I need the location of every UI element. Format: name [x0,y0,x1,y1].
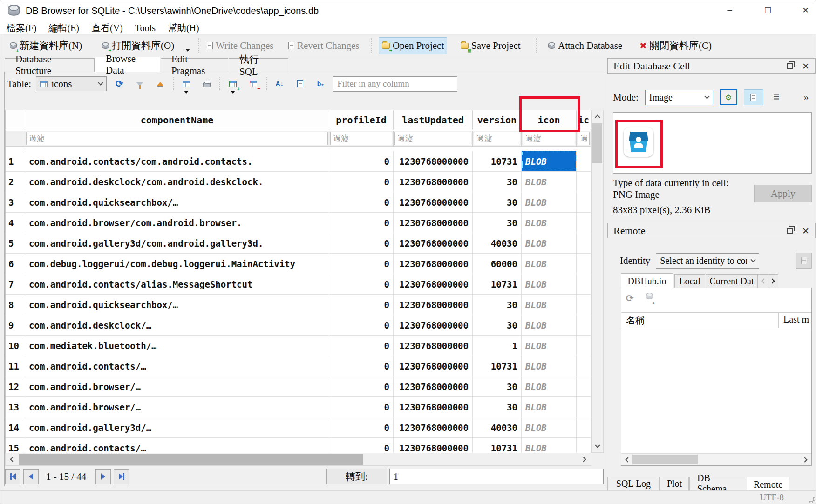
cell-profileId[interactable]: 0 [329,172,394,192]
cell-overflow[interactable] [577,397,591,417]
column-header-version[interactable]: version [473,110,522,130]
cell-overflow[interactable] [577,213,591,233]
filter-profileId-input[interactable] [330,132,392,145]
cell-overflow[interactable] [577,192,591,213]
dock-tab-db-schema[interactable]: DB Schema [689,477,746,491]
dock-tab-sql-log[interactable]: SQL Log [607,477,660,491]
row-number[interactable]: 11 [6,356,25,376]
cell-icon[interactable]: BLOB [522,336,577,356]
tab-edit-pragmas[interactable]: Edit Pragmas [161,58,228,72]
new-database-button[interactable]: + 新建資料庫(N) [7,37,85,54]
cell-icon[interactable]: BLOB [522,151,577,172]
remote-name-column[interactable]: 名稱 [621,313,779,328]
last-record-button[interactable] [114,469,129,484]
goto-record-input[interactable] [389,469,604,484]
cell-version[interactable]: 30 [473,397,522,417]
cell-componentName[interactable]: com.android.contacts/alias.MessageShortc… [25,274,329,295]
cell-overflow[interactable] [577,274,591,295]
dropdown-arrow[interactable] [184,91,189,94]
horizontal-scroll-thumb[interactable] [632,455,698,464]
cell-componentName[interactable]: com.android.browser/… [25,397,329,417]
row-number[interactable]: 12 [6,376,25,397]
menu-file[interactable]: 檔案(F) [0,21,42,34]
cell-overflow[interactable] [577,233,591,254]
float-dock-icon[interactable] [787,63,793,69]
cell-profileId[interactable]: 0 [329,295,394,315]
row-number[interactable]: 9 [6,315,25,336]
horizontal-scroll-thumb[interactable] [19,454,363,465]
cell-overflow[interactable] [577,356,591,376]
row-number[interactable]: 5 [6,233,25,254]
cell-profileId[interactable]: 0 [329,356,394,376]
float-dock-icon[interactable] [787,228,793,234]
cell-overflow[interactable] [577,376,591,397]
cell-componentName[interactable]: com.android.browser/com.android.browser. [25,213,329,233]
cell-version[interactable]: 1 [473,336,522,356]
table-select[interactable]: icons [36,76,107,91]
browse-mode-button[interactable] [292,77,308,91]
open-database-dropdown-arrow[interactable] [185,49,190,52]
menu-tools[interactable]: Tools [129,21,162,34]
cell-overflow[interactable] [577,254,591,274]
filter-icon-input[interactable] [523,132,575,145]
cell-icon[interactable]: BLOB [522,295,577,315]
cell-componentName[interactable]: com.android.deskclock/… [25,315,329,336]
cell-componentName[interactable]: com.mediatek.bluetooth/… [25,336,329,356]
cell-componentName[interactable]: com.android.quicksearchbox/… [25,295,329,315]
clear-filters-button[interactable] [152,77,168,91]
row-number[interactable]: 8 [6,295,25,315]
print-button[interactable] [199,77,215,91]
cell-lastUpdated[interactable]: 1230768000000 [394,151,473,172]
cell-icon[interactable]: BLOB [522,397,577,417]
previous-record-button[interactable] [23,469,39,484]
cell-version[interactable]: 10731 [473,356,522,376]
remote-modified-column[interactable]: Last m [779,313,811,328]
filter-componentName-input[interactable] [26,132,328,145]
cell-componentName[interactable]: com.android.gallery3d/com.android.galler… [25,233,329,254]
cell-lastUpdated[interactable]: 1230768000000 [394,192,473,213]
scroll-right-button[interactable] [800,454,811,465]
filter-any-column-input[interactable] [333,76,457,92]
cell-version[interactable]: 30 [473,192,522,213]
close-dock-icon[interactable]: ✕ [802,61,809,71]
resize-grip[interactable] [809,497,815,503]
cell-lastUpdated[interactable]: 1230768000000 [394,417,473,438]
cell-profileId[interactable]: 0 [329,233,394,254]
cell-overflow[interactable] [577,417,591,438]
cell-componentName[interactable]: com.android.contacts/… [25,356,329,376]
cell-icon[interactable]: BLOB [522,213,577,233]
cell-icon[interactable]: BLOB [522,315,577,336]
cell-lastUpdated[interactable]: 1230768000000 [394,295,473,315]
scroll-right-button[interactable] [578,453,591,465]
dropdown-arrow[interactable] [231,91,235,94]
binary-mode-button[interactable]: b₂ [313,77,328,91]
filter-partial-input[interactable] [578,132,590,145]
cell-version[interactable]: 10731 [473,274,522,295]
cell-componentName[interactable]: com.android.quicksearchbox/… [25,192,329,213]
cell-profileId[interactable]: 0 [329,213,394,233]
minimize-button[interactable]: ─ [719,0,741,20]
scroll-left-button[interactable] [6,453,18,465]
grid-vertical-scrollbar[interactable] [591,110,604,453]
open-project-button[interactable]: ➜ Open Project [379,37,447,54]
cell-version[interactable]: 40030 [473,417,522,438]
column-header-profileId[interactable]: profileId [329,110,394,130]
cell-profileId[interactable]: 0 [329,315,394,336]
cell-version[interactable]: 10731 [473,151,522,172]
row-number[interactable]: 10 [6,336,25,356]
filter-records-button[interactable] [132,77,148,91]
tab-scroll-right-button[interactable] [768,274,778,288]
scroll-down-button[interactable] [592,440,603,452]
grid-horizontal-scrollbar[interactable] [5,453,591,466]
row-number[interactable]: 13 [6,397,25,417]
row-number[interactable]: 6 [6,254,25,274]
column-header-lastUpdated[interactable]: lastUpdated [394,110,473,130]
row-number[interactable]: 7 [6,274,25,295]
cell-icon[interactable]: BLOB [522,172,577,192]
cell-overflow[interactable] [577,151,591,172]
cell-profileId[interactable]: 0 [329,151,394,172]
word-wrap-button[interactable]: ≣ [770,89,783,105]
cell-profileId[interactable]: 0 [329,336,394,356]
text-view-button[interactable] [744,89,763,105]
cell-profileId[interactable]: 0 [329,376,394,397]
